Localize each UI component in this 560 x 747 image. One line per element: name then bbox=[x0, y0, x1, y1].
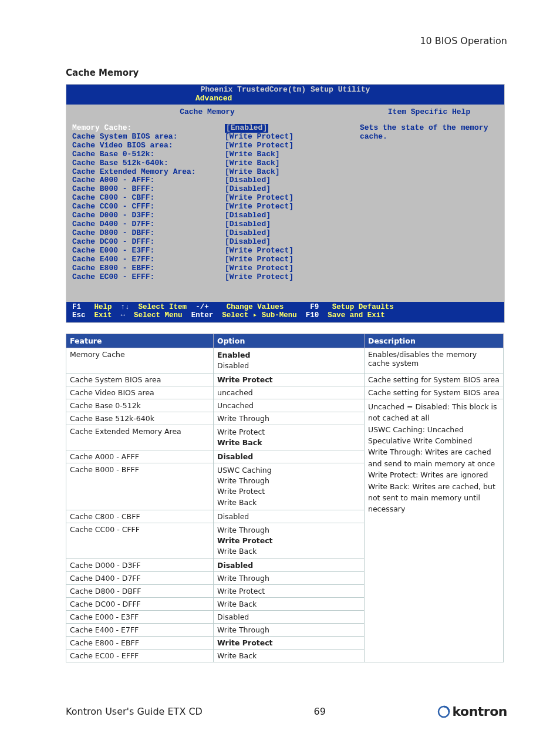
bios-label: Cache A000 - AFFF: bbox=[72, 176, 225, 185]
bios-label: Cache D400 - D7FF: bbox=[72, 220, 225, 229]
table-row: Cache Video BIOS area bbox=[66, 386, 214, 399]
bios-label: Memory Cache: bbox=[72, 124, 225, 133]
table-row: Cache E000 - E3FF bbox=[66, 611, 214, 624]
feature-table: Feature Option Description Memory Cache … bbox=[66, 334, 504, 662]
table-row: Cache CC00 - CFFF bbox=[66, 523, 214, 558]
th-feature: Feature bbox=[66, 334, 214, 348]
page-footer: Kontron User's Guide ETX CD 69 kontron bbox=[66, 704, 507, 719]
bios-row: Cache EC00 - EFFF:[Write Protect] bbox=[72, 273, 342, 282]
table-cell: uncached bbox=[214, 386, 365, 399]
bios-page-title: Cache Memory bbox=[72, 108, 342, 117]
bios-label: Cache C800 - CBFF: bbox=[72, 194, 225, 203]
bios-value[interactable]: [Write Protect] bbox=[225, 264, 294, 273]
bios-row: Cache E800 - EBFF:[Write Protect] bbox=[72, 264, 342, 273]
logo-icon bbox=[437, 705, 450, 718]
bios-row: Memory Cache:[Enabled] bbox=[72, 124, 342, 133]
table-row: Cache DC00 - DFFF bbox=[66, 598, 214, 611]
table-row: Cache E400 - E7FF bbox=[66, 624, 214, 637]
table-row: Cache C800 - CBFF bbox=[66, 510, 214, 523]
table-row: Cache B000 - BFFF bbox=[66, 463, 214, 510]
bios-row: Cache B000 - BFFF:[Disabled] bbox=[72, 185, 342, 194]
bios-row: Cache D400 - D7FF:[Disabled] bbox=[72, 220, 342, 229]
bios-label: Cache D000 - D3FF: bbox=[72, 211, 225, 220]
bios-row: Cache CC00 - CFFF:[Write Protect] bbox=[72, 203, 342, 211]
bios-row: Cache Extended Memory Area:[Write Back] bbox=[72, 168, 342, 177]
bios-label: Cache Base 512k-640k: bbox=[72, 159, 225, 168]
bios-label: Cache E400 - E7FF: bbox=[72, 255, 225, 264]
bios-help-body: Sets the state of the memory cache. bbox=[360, 124, 498, 142]
page-number: 69 bbox=[314, 706, 326, 717]
table-cell: Uncached bbox=[214, 399, 365, 412]
brand-logo: kontron bbox=[437, 704, 507, 719]
bios-label: Cache System BIOS area: bbox=[72, 133, 225, 142]
table-cell: Write Through bbox=[214, 412, 365, 425]
bios-value[interactable]: [Enabled] bbox=[225, 124, 268, 133]
table-row: Cache System BIOS area bbox=[66, 373, 214, 386]
table-cell: Write Protect bbox=[214, 585, 365, 598]
bios-label: Cache D800 - DBFF: bbox=[72, 229, 225, 238]
footer-left: Kontron User's Guide ETX CD bbox=[66, 706, 203, 717]
bios-row: Cache C800 - CBFF:[Write Protect] bbox=[72, 194, 342, 203]
table-cell: Write ProtectWrite Back bbox=[214, 425, 365, 450]
bios-row: Cache E000 - E3FF:[Write Protect] bbox=[72, 247, 342, 255]
table-description-merged: Uncached = Disabled: This block is not c… bbox=[365, 399, 504, 662]
bios-label: Cache DC00 - DFFF: bbox=[72, 238, 225, 247]
bios-row: Cache System BIOS area:[Write Protect] bbox=[72, 133, 342, 142]
bios-value[interactable]: [Write Back] bbox=[225, 168, 280, 177]
bios-value[interactable]: [Write Protect] bbox=[225, 142, 294, 150]
chapter-heading: 10 BIOS Operation bbox=[66, 35, 507, 46]
bios-label: Cache CC00 - CFFF: bbox=[72, 203, 225, 211]
th-option: Option bbox=[214, 334, 365, 348]
table-row: Memory Cache bbox=[66, 348, 214, 373]
bios-value[interactable]: [Write Protect] bbox=[225, 133, 294, 142]
bios-title-bar: Phoenix TrustedCore(tm) Setup Utility bbox=[66, 85, 504, 95]
bios-tab: Advanced bbox=[66, 95, 504, 105]
table-cell: Write Through bbox=[214, 624, 365, 637]
bios-value[interactable]: [Disabled] bbox=[225, 238, 271, 247]
table-cell: Write Protect bbox=[214, 373, 365, 386]
bios-value[interactable]: [Disabled] bbox=[225, 220, 271, 229]
bios-value[interactable]: [Write Back] bbox=[225, 150, 280, 159]
table-cell: Disabled bbox=[214, 611, 365, 624]
section-title: Cache Memory bbox=[66, 68, 507, 78]
table-row: Cache EC00 - EFFF bbox=[66, 650, 214, 662]
table-cell: Disabled bbox=[214, 450, 365, 463]
bios-value[interactable]: [Disabled] bbox=[225, 211, 271, 220]
bios-value[interactable]: [Disabled] bbox=[225, 229, 271, 238]
bios-value[interactable]: [Write Protect] bbox=[225, 194, 294, 203]
table-row: Cache A000 - AFFF bbox=[66, 450, 214, 463]
bios-row: Cache Base 0-512k:[Write Back] bbox=[72, 150, 342, 159]
table-cell: Disabled bbox=[214, 510, 365, 523]
table-cell: Disabled bbox=[214, 559, 365, 572]
bios-value[interactable]: [Disabled] bbox=[225, 185, 271, 194]
bios-row: Cache DC00 - DFFF:[Disabled] bbox=[72, 238, 342, 247]
bios-value[interactable]: [Write Protect] bbox=[225, 255, 294, 264]
bios-value[interactable]: [Write Back] bbox=[225, 159, 280, 168]
bios-value[interactable]: [Write Protect] bbox=[225, 203, 294, 211]
th-description: Description bbox=[365, 334, 504, 348]
table-row: Cache Extended Memory Area bbox=[66, 425, 214, 450]
table-cell: USWC Caching Write Through Write Protect… bbox=[214, 463, 365, 510]
table-cell: Write Through bbox=[214, 572, 365, 585]
bios-label: Cache E800 - EBFF: bbox=[72, 264, 225, 273]
table-row: Cache Base 512k-640k bbox=[66, 412, 214, 425]
bios-help-title: Item Specific Help bbox=[360, 108, 498, 117]
table-row: Cache D400 - D7FF bbox=[66, 572, 214, 585]
table-cell: Cache setting for System BIOS area bbox=[365, 386, 504, 399]
table-row: Cache Base 0-512k bbox=[66, 399, 214, 412]
table-row: Cache D000 - D3FF bbox=[66, 559, 214, 572]
bios-label: Cache Base 0-512k: bbox=[72, 150, 225, 159]
bios-label: Cache EC00 - EFFF: bbox=[72, 273, 225, 282]
table-cell: Write Protect bbox=[214, 637, 365, 650]
bios-row: Cache Base 512k-640k:[Write Back] bbox=[72, 159, 342, 168]
table-cell: Write Back bbox=[214, 598, 365, 611]
bios-row: Cache D000 - D3FF:[Disabled] bbox=[72, 211, 342, 220]
bios-value[interactable]: [Write Protect] bbox=[225, 273, 294, 282]
bios-value[interactable]: [Write Protect] bbox=[225, 247, 294, 255]
bios-label: Cache Video BIOS area: bbox=[72, 142, 225, 150]
bios-value[interactable]: [Disabled] bbox=[225, 176, 271, 185]
table-cell: Enables/disables the memory cache system bbox=[365, 348, 504, 373]
bios-label: Cache B000 - BFFF: bbox=[72, 185, 225, 194]
table-cell: Write ThroughWrite ProtectWrite Back bbox=[214, 523, 365, 558]
bios-footer: F1 Help ↑↓ Select Item -/+ Change Values… bbox=[66, 302, 504, 322]
